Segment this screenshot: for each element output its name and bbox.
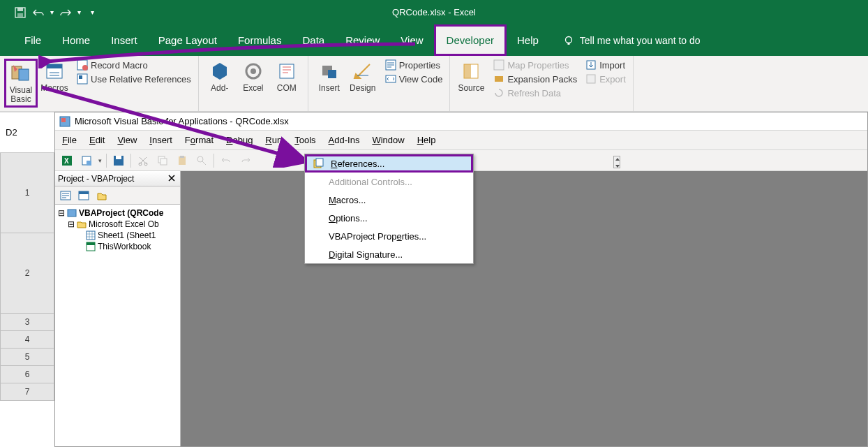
- svg-rect-17: [328, 70, 336, 78]
- vba-menu-window[interactable]: Window: [371, 133, 405, 147]
- menu-item-macros[interactable]: Macros...: [305, 191, 473, 209]
- workbook-icon: [86, 242, 96, 251]
- row-header[interactable]: 7: [0, 383, 54, 401]
- tab-insert[interactable]: Insert: [100, 24, 148, 56]
- vba-menu-edit[interactable]: Edit: [88, 133, 106, 147]
- com-addins-button[interactable]: COM: [270, 59, 304, 110]
- svg-rect-27: [61, 118, 66, 122]
- view-code-button[interactable]: View Code: [382, 73, 446, 85]
- expansion-packs-button[interactable]: Expansion Packs: [491, 73, 580, 85]
- excel-left-column: D2 1 2 3 4 5 6 7: [0, 112, 54, 447]
- insert-controls-button[interactable]: Insert: [313, 59, 346, 110]
- expansion-packs-icon: [493, 73, 504, 85]
- tab-view[interactable]: View: [390, 24, 433, 56]
- tab-help[interactable]: Help: [507, 24, 549, 56]
- visual-basic-button[interactable]: Visual Basic: [4, 59, 38, 108]
- undo-icon[interactable]: [218, 153, 234, 168]
- redo-icon[interactable]: [238, 153, 253, 168]
- menu-item-digital-signature[interactable]: Digital Signature...: [305, 245, 473, 263]
- tab-home[interactable]: Home: [52, 24, 100, 56]
- map-properties-button[interactable]: Map Properties: [491, 59, 580, 71]
- save-icon[interactable]: [111, 153, 126, 168]
- toolbar-end-marker: [613, 156, 620, 168]
- svg-point-14: [250, 68, 256, 74]
- view-object-icon[interactable]: [76, 188, 91, 203]
- properties-button[interactable]: Properties: [382, 59, 446, 71]
- row-header[interactable]: 1: [0, 153, 54, 233]
- find-icon[interactable]: [194, 153, 209, 168]
- menu-item-vbaproject-properties[interactable]: VBAProject Properties...: [305, 227, 473, 245]
- row-header[interactable]: 4: [0, 331, 54, 349]
- name-box[interactable]: D2: [0, 112, 54, 153]
- use-relative-references-button[interactable]: Use Relative References: [74, 73, 194, 85]
- svg-rect-1: [17, 8, 23, 11]
- row-header[interactable]: 6: [0, 366, 54, 383]
- tab-review[interactable]: Review: [335, 24, 390, 56]
- svg-rect-25: [587, 75, 595, 83]
- export-icon: [585, 73, 597, 85]
- vba-app-icon: [59, 116, 70, 127]
- menu-item-options[interactable]: Options...: [305, 209, 473, 227]
- vba-menu-view[interactable]: View: [116, 133, 138, 147]
- svg-rect-39: [180, 156, 184, 158]
- vba-menu-run[interactable]: Run: [264, 133, 283, 147]
- app-title: QRCode.xlsx - Excel: [217, 7, 651, 17]
- refresh-data-button[interactable]: Refresh Data: [491, 87, 580, 99]
- tab-file[interactable]: File: [14, 24, 52, 56]
- svg-text:X: X: [64, 157, 69, 165]
- view-excel-icon[interactable]: X: [59, 153, 75, 168]
- vba-menu-debug[interactable]: Debug: [225, 133, 254, 147]
- vba-menu-addins[interactable]: Add-Ins: [327, 133, 361, 147]
- tab-developer[interactable]: Developer: [434, 24, 507, 56]
- tab-formulas[interactable]: Formulas: [227, 24, 292, 56]
- toggle-folders-icon[interactable]: [94, 188, 110, 203]
- source-button[interactable]: Source: [454, 59, 488, 110]
- import-icon: [585, 59, 597, 71]
- sheet-icon: [86, 230, 96, 240]
- visual-basic-icon: [10, 62, 32, 85]
- close-icon[interactable]: [167, 174, 177, 184]
- redo-icon[interactable]: [59, 6, 72, 19]
- addins-button[interactable]: Add-: [203, 59, 237, 110]
- tell-me[interactable]: Tell me what you want to do: [580, 35, 701, 46]
- paste-icon[interactable]: [174, 153, 190, 168]
- row-header[interactable]: 3: [0, 314, 54, 331]
- macros-button[interactable]: Macros: [38, 59, 71, 93]
- save-icon[interactable]: [14, 6, 27, 19]
- tools-dropdown-menu: References... Additional Controls... Mac…: [304, 154, 474, 264]
- svg-rect-47: [87, 242, 95, 245]
- svg-point-40: [197, 156, 203, 162]
- row-header[interactable]: 2: [0, 233, 54, 314]
- svg-rect-37: [160, 159, 167, 165]
- design-mode-button[interactable]: Design: [346, 59, 380, 110]
- svg-rect-33: [116, 156, 121, 159]
- com-addins-icon: [276, 60, 298, 82]
- project-icon: [67, 208, 77, 218]
- insert-module-icon[interactable]: [79, 153, 94, 168]
- menu-item-references[interactable]: References...: [305, 154, 473, 173]
- vba-menu-help[interactable]: Help: [416, 133, 437, 147]
- vba-menu-format[interactable]: Format: [184, 133, 215, 147]
- record-macro-button[interactable]: Record Macro: [74, 59, 194, 71]
- copy-icon[interactable]: [155, 153, 170, 168]
- undo-icon[interactable]: [32, 6, 45, 19]
- vba-menu-file[interactable]: File: [61, 133, 78, 147]
- vba-menu-insert[interactable]: Insert: [148, 133, 174, 147]
- view-code-icon[interactable]: [58, 188, 73, 203]
- svg-rect-6: [19, 69, 29, 80]
- lightbulb-icon: [563, 35, 574, 46]
- project-explorer: Project - VBAProject ⊟ VBAProject (QRCod…: [55, 171, 181, 446]
- relative-refs-icon: [77, 73, 88, 85]
- svg-rect-4: [567, 43, 569, 45]
- row-header[interactable]: 5: [0, 349, 54, 366]
- project-explorer-toolbar: [55, 186, 180, 205]
- export-button[interactable]: Export: [583, 73, 629, 85]
- project-tree[interactable]: ⊟ VBAProject (QRCode ⊟ Microsoft Excel O…: [55, 205, 180, 446]
- tab-data[interactable]: Data: [292, 24, 335, 56]
- svg-point-3: [565, 36, 571, 43]
- excel-addins-button[interactable]: Excel: [237, 59, 270, 110]
- import-button[interactable]: Import: [583, 59, 629, 71]
- cut-icon[interactable]: [135, 153, 151, 168]
- vba-menu-tools[interactable]: Tools: [293, 133, 317, 147]
- tab-page-layout[interactable]: Page Layout: [148, 24, 227, 56]
